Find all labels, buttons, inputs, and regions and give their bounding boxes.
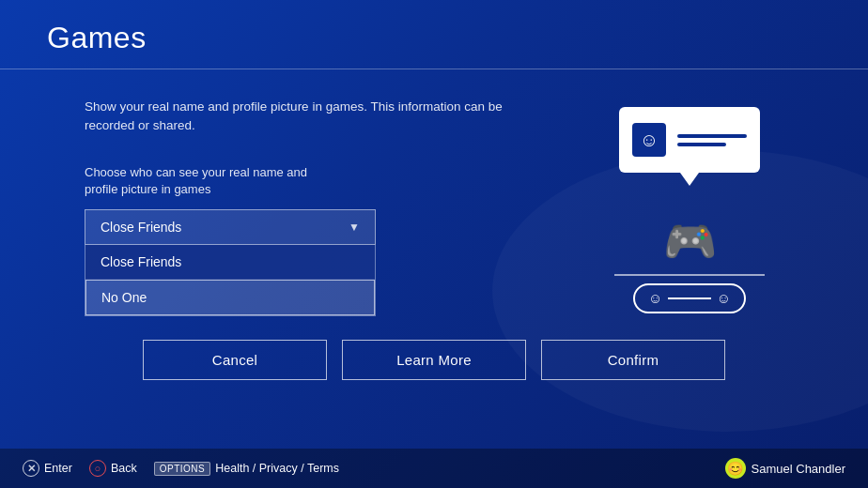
- user-avatar: 😊: [725, 458, 746, 479]
- connection-bar: ☺ ☺: [633, 283, 746, 313]
- bottom-bar: ✕ Enter ○ Back OPTIONS Health / Privacy …: [0, 449, 868, 488]
- page-title: Games: [0, 0, 868, 69]
- dropdown-selected[interactable]: Close Friends ▼: [85, 209, 376, 245]
- enter-control: ✕ Enter: [23, 460, 72, 477]
- description-text: Show your real name and profile picture …: [75, 98, 549, 136]
- dash-line: [668, 297, 710, 299]
- enter-label: Enter: [44, 462, 72, 475]
- id-line-2: [677, 143, 726, 146]
- left-section: Show your real name and profile picture …: [75, 98, 549, 313]
- illustration: ☺ 🎮 ☺ ☺: [614, 107, 765, 313]
- choose-label: Choose who can see your real name and pr…: [75, 164, 549, 198]
- back-label: Back: [111, 462, 137, 475]
- options-badge: OPTIONS: [154, 462, 211, 476]
- dropdown-option-no-one[interactable]: No One: [85, 280, 375, 315]
- id-line-1: [677, 134, 747, 138]
- chevron-down-icon: ▼: [349, 221, 360, 234]
- bottom-controls: ✕ Enter ○ Back OPTIONS Health / Privacy …: [23, 460, 706, 477]
- health-privacy-label: Health / Privacy / Terms: [215, 462, 339, 475]
- divider-line: [614, 274, 765, 276]
- user-name: Samuel Chandler: [752, 462, 845, 476]
- left-face-icon: ☺: [648, 290, 662, 306]
- dropdown-container: Close Friends ▼ Close Friends No One: [85, 209, 376, 245]
- dropdown-option-close-friends[interactable]: Close Friends: [85, 245, 375, 280]
- main-content: Show your real name and profile picture …: [0, 69, 868, 313]
- back-control: ○ Back: [89, 460, 137, 477]
- dropdown-list: Close Friends No One: [85, 245, 376, 316]
- controller-icon: 🎮: [663, 216, 717, 267]
- id-card: ☺: [619, 107, 760, 173]
- circle-icon: ○: [89, 460, 106, 477]
- options-control: OPTIONS Health / Privacy / Terms: [154, 462, 339, 476]
- right-section: ☺ 🎮 ☺ ☺: [586, 98, 793, 313]
- bottom-right: 😊 Samuel Chandler: [725, 458, 845, 479]
- cross-icon: ✕: [23, 460, 39, 477]
- controller-area: 🎮 ☺ ☺: [614, 199, 765, 313]
- smiley-icon: ☺: [632, 123, 666, 157]
- dropdown-selected-value: Close Friends: [101, 220, 181, 235]
- cancel-button[interactable]: Cancel: [143, 340, 327, 380]
- id-lines: [677, 134, 747, 146]
- learn-more-button[interactable]: Learn More: [342, 340, 526, 380]
- confirm-button[interactable]: Confirm: [541, 340, 725, 380]
- right-face-icon: ☺: [717, 290, 731, 306]
- buttons-row: Cancel Learn More Confirm: [38, 313, 830, 380]
